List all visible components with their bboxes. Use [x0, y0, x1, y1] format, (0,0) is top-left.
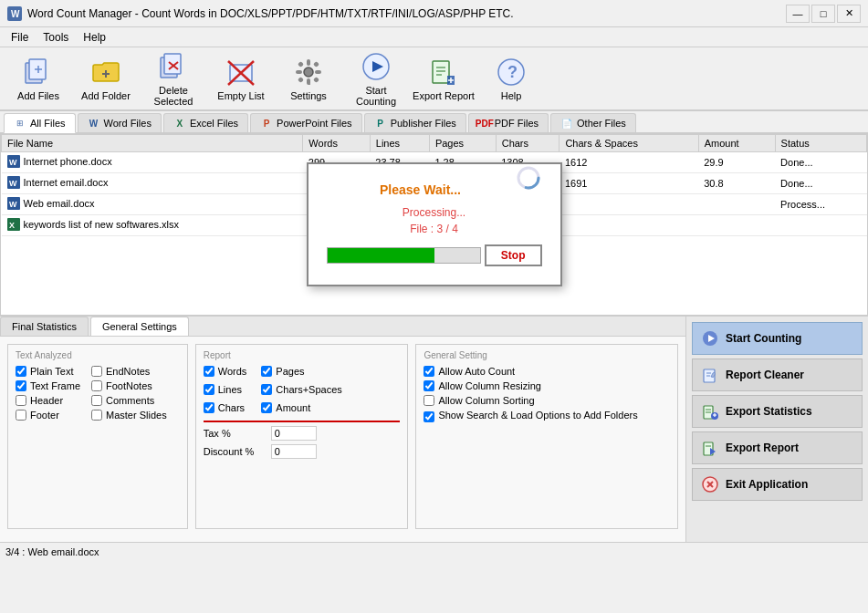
- check-pages: Pages: [261, 366, 341, 377]
- export-report-button[interactable]: Export Report: [411, 51, 476, 106]
- chars-checkbox[interactable]: [204, 402, 214, 413]
- file-name-cell: WInternet email.docx: [2, 173, 303, 194]
- search-load-checkbox[interactable]: [424, 411, 434, 422]
- discount-label: Discount %: [204, 446, 267, 457]
- export-statistics-button[interactable]: Export Statistics: [692, 395, 863, 428]
- svg-text:W: W: [9, 179, 17, 188]
- tab-publisher-files[interactable]: P Publisher Files: [364, 113, 466, 132]
- discount-input[interactable]: [271, 444, 317, 459]
- check-chars-spaces: Chars+Spaces: [261, 384, 341, 395]
- start-counting-button[interactable]: Start Counting: [343, 51, 409, 106]
- settings-icon: [292, 56, 325, 88]
- menu-file[interactable]: File: [4, 29, 36, 46]
- chars_spaces-cell: [559, 215, 698, 236]
- header-checkbox[interactable]: [16, 395, 26, 406]
- auto-count-checkbox[interactable]: [424, 366, 434, 377]
- words-checkbox[interactable]: [204, 366, 214, 377]
- file-name-cell: Xkeywords list of new softwares.xlsx: [2, 215, 303, 236]
- check-search-load: Show Search & Load Options to Add Folder…: [424, 410, 670, 422]
- tab-pdf-files[interactable]: PDF PDF Files: [468, 113, 549, 132]
- master-slides-label: Master Slides: [106, 410, 167, 421]
- tab-other-files[interactable]: 📄 Other Files: [550, 113, 636, 132]
- lines-checkbox[interactable]: [204, 384, 214, 395]
- report-cleaner-button[interactable]: Report Cleaner: [692, 358, 863, 391]
- tab-final-statistics[interactable]: Final Statistics: [0, 317, 89, 336]
- empty-list-button[interactable]: Empty List: [208, 51, 274, 106]
- check-master-slides: Master Slides: [91, 410, 167, 421]
- exit-application-label: Exit Application: [726, 478, 808, 491]
- amount-checkbox[interactable]: [261, 402, 272, 413]
- check-column-resizing: Allow Column Resizing: [424, 380, 670, 391]
- svg-rect-26: [433, 61, 449, 83]
- tab-all-files[interactable]: ⊞ All Files: [4, 113, 76, 133]
- maximize-button[interactable]: □: [811, 5, 835, 23]
- svg-point-15: [304, 68, 313, 77]
- settings-button[interactable]: Settings: [276, 51, 341, 106]
- footer-label: Footer: [30, 410, 59, 421]
- exit-application-button[interactable]: Exit Application: [692, 468, 863, 501]
- check-text-frame: Text Frame: [16, 380, 80, 391]
- file-name-cell: WWeb email.docx: [2, 194, 303, 215]
- help-button[interactable]: ? Help: [478, 51, 544, 106]
- pages-label: Pages: [276, 366, 304, 377]
- status-cell: Done...: [775, 173, 866, 194]
- master-slides-checkbox[interactable]: [91, 410, 102, 421]
- comments-label: Comments: [106, 395, 154, 406]
- plain-text-checkbox[interactable]: [16, 366, 26, 377]
- tab-publisher-files-label: Publisher Files: [391, 118, 456, 129]
- tab-word-files[interactable]: W Word Files: [78, 113, 162, 132]
- tax-row: Tax %: [204, 426, 401, 441]
- start-counting-right-button[interactable]: Start Counting: [692, 322, 863, 355]
- menu-tools[interactable]: Tools: [36, 29, 76, 46]
- export-report-right-button[interactable]: Export Report: [692, 431, 863, 464]
- report-col2: Pages Chars+Spaces Amount: [261, 366, 341, 417]
- close-button[interactable]: ✕: [837, 5, 861, 23]
- export-report-label: Export Report: [413, 90, 475, 101]
- footer-checkbox[interactable]: [16, 410, 26, 421]
- status-cell: Process...: [775, 194, 866, 215]
- tab-excel-files[interactable]: X Excel Files: [163, 113, 248, 132]
- tab-general-settings[interactable]: General Settings: [90, 317, 189, 336]
- svg-text:X: X: [9, 221, 15, 230]
- col-pages: Pages: [429, 135, 496, 152]
- text-analyzed-title: Text Analyzed: [16, 350, 180, 360]
- endnotes-checkbox[interactable]: [91, 366, 102, 377]
- minimize-button[interactable]: —: [786, 5, 810, 23]
- status-cell: Done...: [775, 152, 866, 173]
- text-frame-checkbox[interactable]: [16, 380, 26, 391]
- settings-label: Settings: [290, 90, 327, 101]
- tab-excel-files-label: Excel Files: [190, 118, 238, 129]
- svg-text:W: W: [11, 9, 20, 19]
- col-chars-spaces: Chars & Spaces: [559, 135, 698, 152]
- help-icon: ?: [495, 56, 528, 88]
- menu-help[interactable]: Help: [76, 29, 113, 46]
- column-sorting-checkbox[interactable]: [424, 395, 434, 406]
- footnotes-checkbox[interactable]: [91, 380, 102, 391]
- endnotes-label: EndNotes: [106, 366, 150, 377]
- file-area: File Name Words Lines Pages Chars Chars …: [0, 133, 868, 316]
- export-statistics-label: Export Statistics: [726, 405, 812, 418]
- col-filename: File Name: [2, 135, 303, 152]
- tax-input[interactable]: [271, 426, 317, 441]
- chars-spaces-checkbox[interactable]: [261, 384, 272, 395]
- amount-cell: 30.8: [698, 173, 775, 194]
- delete-selected-button[interactable]: Delete Selected: [141, 51, 206, 106]
- words-label: Words: [218, 366, 247, 377]
- delete-selected-label: Delete Selected: [142, 85, 204, 107]
- pages-checkbox[interactable]: [261, 366, 272, 377]
- add-files-button[interactable]: Add Files: [5, 51, 71, 106]
- comments-checkbox[interactable]: [91, 395, 102, 406]
- tab-powerpoint-files[interactable]: P PowerPoint Files: [250, 113, 362, 132]
- add-folder-button[interactable]: Add Folder: [73, 51, 139, 106]
- svg-text:?: ?: [507, 63, 518, 81]
- svg-rect-17: [307, 78, 310, 85]
- check-header: Header: [16, 395, 80, 406]
- menu-bar: File Tools Help: [0, 27, 868, 47]
- other-tab-icon: 📄: [560, 117, 573, 130]
- add-folder-label: Add Folder: [81, 90, 131, 101]
- stop-button[interactable]: Stop: [485, 244, 542, 266]
- col-lines: Lines: [370, 135, 429, 152]
- report-col1: Words Lines Chars: [204, 366, 247, 417]
- export-report-right-icon: [700, 438, 720, 458]
- column-resizing-checkbox[interactable]: [424, 380, 434, 391]
